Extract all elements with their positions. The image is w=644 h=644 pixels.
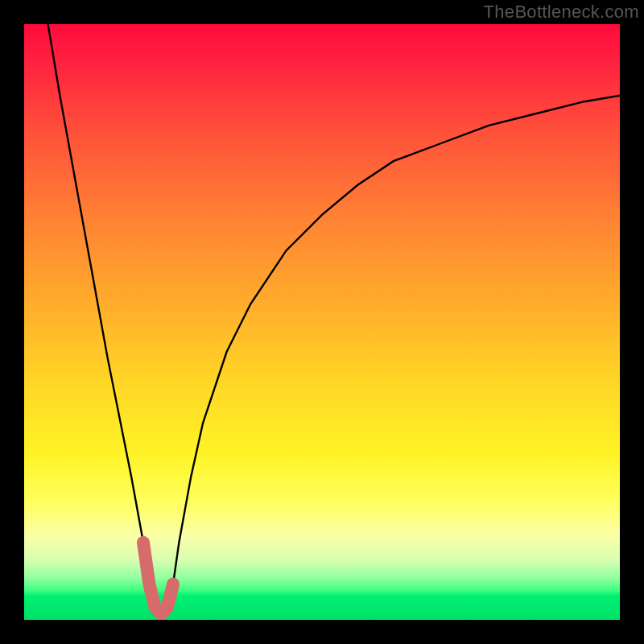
watermark-text: TheBottleneck.com (484, 2, 639, 23)
plot-area (24, 24, 620, 620)
outer-frame: TheBottleneck.com (0, 0, 644, 644)
curve-svg (24, 24, 620, 620)
bottleneck-curve-path (48, 24, 620, 614)
minimum-highlight (143, 543, 173, 614)
